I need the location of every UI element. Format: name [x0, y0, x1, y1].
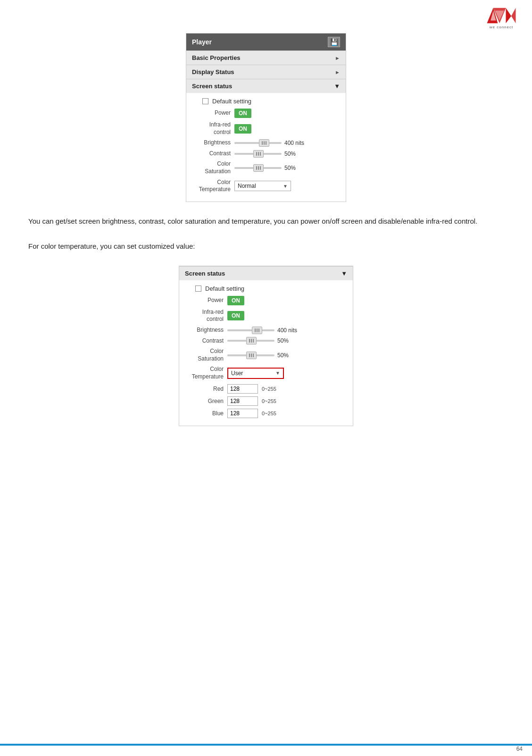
panel2-contrast-slider-container: 50% [227, 337, 301, 344]
contrast-slider-thumb[interactable] [253, 150, 264, 158]
blue-label: Blue [186, 410, 227, 417]
default-setting-checkbox[interactable] [202, 98, 208, 104]
panel2-infrared-toggle[interactable]: ON [227, 311, 244, 320]
power-toggle[interactable]: ON [234, 109, 251, 118]
basic-properties-arrow: ► [335, 55, 340, 61]
panel2-contrast-label: Contrast [186, 337, 227, 345]
panel2: Screen status ▼ Default setting Power ON… [179, 266, 353, 426]
panel2-color-saturation-label: Color Saturation [186, 348, 227, 362]
color-saturation-slider-thumb[interactable] [253, 164, 264, 172]
panel2-color-saturation-slider-thumb[interactable] [246, 352, 257, 359]
basic-properties-label: Basic Properties [192, 54, 241, 61]
brightness-slider-container: 400 nits [234, 140, 308, 146]
contrast-value: 50% [284, 151, 308, 157]
panel2-color-saturation-slider-container: 50% [227, 352, 301, 359]
panel2-infrared-row: Infra-red control ON [186, 309, 346, 323]
power-row: Power ON [193, 109, 339, 118]
panel2-brightness-slider-container: 400 nits [227, 327, 301, 334]
blue-range: 0~255 [262, 411, 276, 416]
power-label: Power [193, 109, 234, 117]
panel2-brightness-slider-track[interactable] [227, 329, 274, 331]
infrared-label: Infra-red control [193, 121, 234, 136]
panel2-contrast-row: Contrast 50% [186, 337, 346, 345]
panel2-color-saturation-slider-track[interactable] [227, 354, 274, 356]
screen-status-arrow: ▼ [334, 83, 340, 90]
panel2-brightness-label: Brightness [186, 327, 227, 334]
contrast-row: Contrast 50% [193, 150, 339, 158]
brightness-row: Brightness 400 nits [193, 139, 339, 147]
default-setting-row: Default setting [193, 98, 339, 105]
panel2-power-row: Power ON [186, 296, 346, 305]
panel2-screen-status-label: Screen status [185, 270, 225, 277]
green-label: Green [186, 398, 227, 404]
basic-properties-row[interactable]: Basic Properties ► [186, 50, 346, 65]
logo: we connect [480, 5, 523, 31]
panel2-screen-status-header[interactable]: Screen status ▼ [179, 266, 353, 280]
display-status-label: Display Status [192, 68, 234, 76]
save-icon[interactable]: 💾 [328, 37, 340, 47]
blue-row: Blue 0~255 [186, 409, 346, 418]
panel2-color-temp-row: Color Temperature User ▼ [186, 366, 346, 380]
display-status-row[interactable]: Display Status ► [186, 65, 346, 79]
panel2-screen-status-arrow: ▼ [341, 270, 347, 277]
svg-marker-3 [511, 8, 516, 23]
green-row: Green 0~255 [186, 396, 346, 406]
color-temp-label: Color Temperature [193, 179, 234, 193]
panel2-contrast-value: 50% [277, 337, 301, 344]
green-input[interactable] [227, 396, 258, 406]
blue-input[interactable] [227, 409, 258, 418]
red-label: Red [186, 386, 227, 392]
color-saturation-slider-track[interactable] [234, 167, 282, 169]
display-status-arrow: ► [335, 69, 340, 75]
panel-title: Player [192, 38, 212, 46]
brightness-slider-thumb[interactable] [259, 139, 269, 147]
color-saturation-row: Color Saturation 50% [193, 160, 339, 175]
panel2-color-saturation-value: 50% [277, 352, 301, 359]
bottom-line [0, 744, 532, 746]
color-temp-row: Color Temperature Normal ▼ [193, 179, 339, 193]
logo-tagline: we connect [490, 25, 513, 29]
infrared-row: Infra-red control ON [193, 121, 339, 136]
panel2-infrared-label: Infra-red control [186, 309, 227, 323]
brightness-value: 400 nits [284, 140, 308, 146]
panel2-power-toggle[interactable]: ON [227, 296, 244, 305]
panel-header: Player 💾 [186, 34, 346, 50]
brightness-label: Brightness [193, 139, 234, 147]
panel1: Player 💾 Basic Properties ► Display Stat… [186, 33, 346, 202]
red-input[interactable] [227, 384, 258, 394]
color-saturation-slider-container: 50% [234, 165, 308, 171]
panel2-color-temp-select-arrow: ▼ [275, 370, 280, 376]
red-range: 0~255 [262, 386, 276, 392]
logo-icon [484, 6, 518, 25]
color-temp-select-arrow: ▼ [283, 184, 288, 189]
page-number: 64 [516, 746, 523, 752]
infrared-toggle[interactable]: ON [234, 124, 251, 134]
panel2-default-setting-row: Default setting [186, 285, 346, 292]
panel2-brightness-slider-thumb[interactable] [252, 327, 262, 334]
panel2-brightness-row: Brightness 400 nits [186, 327, 346, 334]
panel2-color-saturation-row: Color Saturation 50% [186, 348, 346, 362]
color-saturation-value: 50% [284, 165, 308, 171]
panel2-color-temp-select[interactable]: User ▼ [227, 368, 284, 379]
red-row: Red 0~255 [186, 384, 346, 394]
screen-status-header[interactable]: Screen status ▼ [186, 79, 346, 93]
brightness-slider-track[interactable] [234, 142, 282, 144]
svg-marker-2 [506, 8, 511, 23]
panel2-default-setting-checkbox[interactable] [195, 286, 201, 292]
default-setting-label: Default setting [212, 98, 251, 105]
panel2-default-setting-label: Default setting [205, 285, 244, 292]
screen-status-label: Screen status [192, 83, 232, 90]
contrast-slider-track[interactable] [234, 153, 282, 155]
description1: You can get/set screen brightness, contr… [28, 215, 504, 227]
panel2-contrast-slider-track[interactable] [227, 340, 274, 342]
description2: For color temperature, you can set custo… [28, 240, 504, 252]
panel2-contrast-slider-thumb[interactable] [246, 337, 257, 344]
panel2-screen-status-body: Default setting Power ON Infra-red contr… [179, 280, 353, 426]
panel2-brightness-value: 400 nits [277, 327, 301, 334]
color-saturation-label: Color Saturation [193, 160, 234, 175]
color-temp-select[interactable]: Normal ▼ [234, 181, 291, 191]
panel2-power-label: Power [186, 297, 227, 304]
contrast-label: Contrast [193, 150, 234, 158]
main-content: Player 💾 Basic Properties ► Display Stat… [0, 0, 532, 454]
screen-status-body: Default setting Power ON Infra-red contr… [186, 93, 346, 202]
